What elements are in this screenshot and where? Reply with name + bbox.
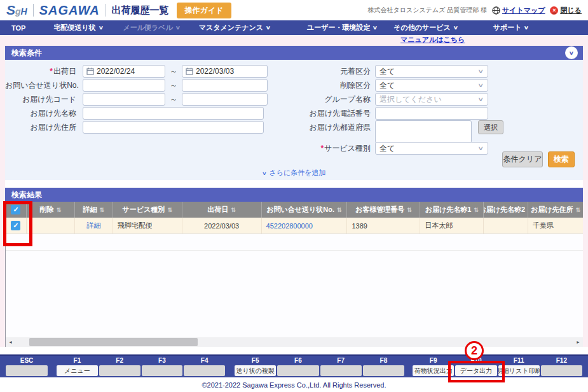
scroll-right-arrow[interactable]: ►	[573, 337, 583, 347]
dest-phone-value[interactable]	[379, 109, 484, 118]
column-header-tracking-no[interactable]: お問い合せ送り状No.⇅	[262, 202, 348, 218]
column-header-ship-date[interactable]: 出荷日⇅	[182, 202, 262, 218]
fn-button-f6[interactable]	[277, 365, 318, 376]
dest-addr-input[interactable]	[83, 121, 264, 134]
fn-button-f7[interactable]	[320, 365, 362, 376]
ship-date-from-input[interactable]	[83, 65, 165, 78]
nav-item-takuhaibin-invoice[interactable]: 宅配便送り状∨	[53, 23, 102, 32]
tracking-no-link[interactable]: 452202800000	[266, 222, 313, 230]
column-header-service-type[interactable]: サービス種別⇅	[113, 202, 182, 218]
search-results-header: 検索結果	[5, 188, 583, 202]
tracking-no-from-value[interactable]	[86, 81, 161, 90]
column-header-dest-addr[interactable]: お届け先住所⇅	[528, 202, 583, 218]
column-label: 詳細	[83, 205, 97, 214]
tracking-no-label: お問い合せ送り状No.	[5, 80, 76, 91]
fn-button-cargo-status-output[interactable]: 荷物状況出力	[413, 365, 454, 376]
row-checkbox[interactable]: ✓	[11, 221, 20, 230]
group-name-select[interactable]: 選択してください∨	[375, 93, 488, 106]
chevron-down-icon: ∨	[373, 25, 378, 31]
column-label: サービス種別	[123, 205, 165, 214]
fn-button-f2[interactable]	[99, 365, 140, 376]
dest-pref-label: お届け先都道府県	[297, 122, 371, 133]
fn-key-label: F5	[234, 357, 277, 364]
dest-addr-value[interactable]	[86, 123, 260, 132]
pref-select-button[interactable]: 選択	[478, 120, 503, 134]
operation-guide-button[interactable]: 操作ガイド	[177, 3, 232, 18]
nav-item-support[interactable]: サポート∨	[493, 23, 529, 32]
collapse-toggle[interactable]: ∨	[565, 46, 578, 59]
fn-button-f4[interactable]	[184, 365, 225, 376]
nav-item-master-maintenance[interactable]: マスタメンテナンス∨	[199, 23, 270, 32]
select-all-checkbox-cell[interactable]: ✓	[6, 202, 27, 218]
customer-no-value: 1389	[352, 222, 367, 230]
fn-button-menu[interactable]: メニュー	[57, 365, 98, 376]
chevron-down-icon: ∨	[478, 145, 484, 151]
manual-link[interactable]: マニュアルはこちら	[400, 35, 465, 45]
service-type-select[interactable]: 全て∨	[375, 142, 488, 155]
close-label: 閉じる	[560, 6, 582, 15]
column-header-customer-no[interactable]: お客様管理番号⇅	[347, 202, 420, 218]
column-header-detail[interactable]: 詳細⇅	[75, 202, 113, 218]
dest-name-value[interactable]	[86, 109, 260, 118]
chevron-down-icon: ∨	[569, 50, 574, 56]
select-all-checkbox[interactable]: ✓	[11, 205, 20, 214]
tracking-no-to-value[interactable]	[186, 81, 264, 90]
fn-button-f8[interactable]	[363, 365, 404, 376]
column-label: お届け先名称1	[425, 205, 472, 214]
group-name-label: グループ名称	[297, 94, 371, 105]
detail-link[interactable]: 詳細	[86, 221, 100, 230]
column-label: お客様管理番号	[355, 205, 404, 214]
copyright-text: ©2021-2022 Sagawa Express Co.,Ltd. All R…	[202, 381, 386, 389]
ship-date-to-value[interactable]	[196, 67, 264, 76]
nav-item-top[interactable]: TOP	[11, 24, 25, 32]
ship-date-to-input[interactable]	[182, 65, 268, 78]
nav-item-other-services[interactable]: その他のサービス∨	[393, 23, 457, 32]
chevron-down-icon: ∨	[266, 25, 271, 31]
horizontal-scrollbar[interactable]: ◄ ►	[6, 337, 583, 347]
dest-phone-input[interactable]	[375, 107, 488, 120]
search-form: *出荷日 ～ お問い合せ送り状No. ～ お届け先コード ～ お届け先名称 お届…	[5, 60, 583, 180]
globe-icon	[492, 6, 500, 15]
scrollbar-thumb[interactable]	[29, 338, 198, 346]
tracking-no-to-input[interactable]	[182, 79, 268, 92]
close-link[interactable]: × 閉じる	[550, 6, 582, 15]
delete-kubun-select[interactable]: 全て∨	[375, 79, 488, 92]
column-header-delete[interactable]: 削除⇅	[27, 202, 75, 218]
ship-date-from-value[interactable]	[97, 67, 161, 76]
column-header-dest-name2[interactable]: お届け先名称2⇅	[484, 202, 528, 218]
table-header-row: ✓ 削除⇅ 詳細⇅ サービス種別⇅ 出荷日⇅ お問い合せ送り状No.⇅ お客様管…	[6, 202, 583, 218]
dest-code-from-input[interactable]	[83, 93, 165, 106]
selected-value: 全て	[379, 143, 395, 154]
select-placeholder: 選択してください	[379, 94, 442, 105]
fn-button-detail-list-print[interactable]: 明細リスト印刷	[498, 365, 540, 376]
fn-button-f3[interactable]	[142, 365, 183, 376]
nav-item-user-settings[interactable]: ユーザー・環境設定∨	[307, 23, 377, 32]
column-label: お問い合せ送り状No.	[266, 205, 334, 214]
cell-detail: 詳細	[75, 218, 113, 234]
tracking-no-from-input[interactable]	[83, 79, 165, 92]
annotation-step-number: 2	[465, 341, 484, 360]
search-button[interactable]: 検索	[548, 151, 575, 167]
column-header-dest-name1[interactable]: お届け先名称1⇅	[420, 202, 484, 218]
fn-button-esc[interactable]	[6, 365, 48, 376]
row-checkbox-cell[interactable]: ✓	[6, 218, 27, 234]
range-tilde: ～	[170, 94, 177, 105]
sitemap-link[interactable]: サイトマップ	[492, 6, 545, 15]
add-conditions-link[interactable]: ∨さらに条件を追加	[5, 168, 583, 178]
moto-kubun-select[interactable]: 全て∨	[375, 65, 488, 78]
dest-code-to-input[interactable]	[182, 93, 268, 106]
clear-conditions-button[interactable]: 条件クリア	[502, 151, 543, 167]
scroll-left-arrow[interactable]: ◄	[6, 337, 15, 347]
dest-pref-input[interactable]	[375, 120, 472, 143]
dest-code-from-value[interactable]	[86, 95, 161, 104]
sort-icon: ⇅	[407, 207, 412, 213]
service-value: 飛脚宅配便	[118, 221, 153, 230]
dest-code-to-value[interactable]	[186, 95, 264, 104]
cell-dest-addr: 千葉県	[528, 218, 583, 234]
fn-button-data-output[interactable]: データ出力	[455, 365, 496, 376]
cell-service: 飛脚宅配便	[113, 218, 182, 234]
nav-label: 宅配便送り状	[53, 23, 95, 32]
fn-button-f12[interactable]	[541, 365, 582, 376]
dest-name-input[interactable]	[83, 107, 264, 120]
fn-button-copy-invoice[interactable]: 送り状の複製	[235, 365, 276, 376]
